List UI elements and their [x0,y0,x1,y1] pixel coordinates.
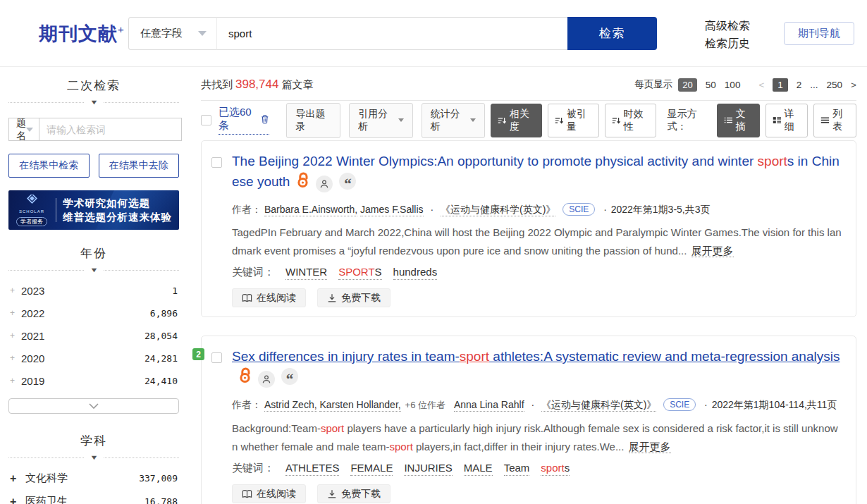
select-all-checkbox[interactable] [201,115,211,125]
year-facet-2020[interactable]: + 2020 24,281 [10,347,178,369]
triangle-down-icon: ▼ [80,266,108,273]
title-text: The Beijing 2022 Winter Olympics:An oppo… [232,154,758,168]
statistical-analysis-button[interactable]: 统计分析 [422,103,485,138]
issue-info: 2022年第1期104-114,共11页 [712,399,837,410]
keyword-link[interactable]: sports [541,462,570,476]
journal-nav-button[interactable]: 期刊导航 [784,22,854,45]
scie-badge[interactable]: SCIE [562,203,595,216]
keyword-text: S [375,266,382,278]
result-body: The Beijing 2022 Winter Olympics:An oppo… [232,151,842,307]
plus-icon: + [10,285,21,295]
plus-icon: + [10,308,21,318]
plus-icon: + [10,472,25,485]
search-input[interactable] [216,17,567,50]
sort-recency-button[interactable]: 时效性 [605,104,656,137]
title-highlight: sport [758,154,787,168]
keyword-link[interactable]: FEMALE [350,462,393,476]
per-page-20[interactable]: 20 [678,78,696,92]
keyword-text: INJURIES [404,462,452,474]
scie-badge[interactable]: SCIE [663,398,696,411]
per-page-100[interactable]: 100 [725,80,741,90]
secondary-search-title: 二次检索 [0,67,187,94]
page-ellipsis: ... [810,80,818,90]
free-download-button[interactable]: 免费下载 [317,288,391,307]
read-online-button[interactable]: 在线阅读 [232,484,306,503]
view-list-label: 列表 [832,108,849,133]
citation-quote-icon[interactable]: “ [281,368,298,385]
view-detail-button[interactable]: 详细 [765,104,808,137]
author-link[interactable]: Barbara E.Ainsworth, [264,204,357,216]
secondary-search-row: 题名 [8,118,179,141]
journal-link[interactable]: 《运动与健康科学(英文)》 [441,204,555,216]
author-link[interactable]: James F.Sallis [360,204,423,216]
keywords-label: 关键词： [232,462,274,476]
statistical-analysis-label: 统计分析 [431,108,465,133]
read-online-label: 在线阅读 [257,488,296,500]
result-keywords: 关键词： WINTER SPORTS hundreds [232,266,842,280]
keyword-link[interactable]: Team [504,462,530,476]
sort-cited-button[interactable]: 被引量 [548,104,599,137]
keyword-link[interactable]: INJURIES [404,462,452,476]
page-2[interactable]: 2 [797,80,802,90]
chevron-down-icon [198,31,207,36]
secondary-search-input[interactable] [39,118,182,141]
year-facet-2023[interactable]: + 2023 1 [10,279,178,302]
search-history-link[interactable]: 检索历史 [705,35,750,52]
more-authors-toggle[interactable]: +6 位作者 [404,400,451,410]
expand-more-link[interactable]: 展开更多 [629,441,671,453]
author-link[interactable]: Anna Lina Rahlf [454,399,524,412]
site-logo[interactable]: 期刊文献+ [39,21,125,47]
next-page-button[interactable]: > [851,80,856,90]
keyword-link[interactable]: MALE [464,462,493,476]
author-profile-icon[interactable] [258,371,275,388]
view-abstract-button[interactable]: 文摘 [717,104,760,137]
view-list-button[interactable]: 列表 [813,104,856,137]
keyword-link[interactable]: hundreds [393,266,438,280]
free-download-button[interactable]: 免费下载 [317,484,391,503]
open-access-icon[interactable] [296,172,309,195]
search-bar: 任意字段 检索 [128,17,657,50]
journal-link[interactable]: 《运动与健康科学(英文)》 [541,399,656,412]
remove-from-results-button[interactable]: 在结果中去除 [99,154,180,178]
result-title-link[interactable]: Sex differences in injury rates in team-… [232,346,842,390]
result-checkbox[interactable] [211,352,222,363]
keyword-link[interactable]: WINTER [285,266,327,280]
citation-analysis-button[interactable]: 引用分析 [349,103,412,138]
prev-page-button[interactable]: < [758,80,764,90]
year-facet-2022[interactable]: + 2022 6,896 [10,302,178,324]
subject-facet-culture-science[interactable]: + 文化科学 337,009 [10,467,178,490]
subject-facet-medicine-health[interactable]: + 医药卫生 16,788 [10,490,178,504]
result-title-link[interactable]: The Beijing 2022 Winter Olympics:An oppo… [232,151,842,195]
advanced-search-link[interactable]: 高级检索 [705,17,750,35]
secondary-field-select[interactable]: 题名 [8,118,39,141]
open-access-icon[interactable] [238,367,252,390]
author-profile-icon[interactable] [316,176,333,192]
year-facet-2019[interactable]: + 2019 24,410 [10,369,178,392]
separator: · [527,399,539,410]
export-records-button[interactable]: 导出题录 [286,103,340,138]
read-online-button[interactable]: 在线阅读 [232,288,306,307]
year-expand-button[interactable] [8,398,179,414]
results-summary-row: 共找到 398,744 篇文章 每页显示 20 50 100 < 1 2 ...… [201,76,856,93]
chevron-down-icon [26,128,33,132]
author-link[interactable]: Astrid Zech, [264,399,317,412]
result-checkbox[interactable] [211,157,222,168]
author-link[interactable]: Karsten Hollander, [319,399,400,412]
promo-banner[interactable]: SCHOLAR 学者服务 学术研究如何选题 维普选题分析速来体验 [8,190,179,230]
per-page-50[interactable]: 50 [706,80,716,90]
page-250[interactable]: 250 [827,80,843,90]
plus-icon: + [10,376,21,386]
search-field-select[interactable]: 任意字段 [128,17,216,50]
sort-relevance-button[interactable]: 相关度 [491,104,542,137]
chevron-down-icon [89,403,99,409]
year-facet-2021[interactable]: + 2021 28,054 [10,324,178,347]
expand-more-link[interactable]: 展开更多 [691,245,734,257]
citation-quote-icon[interactable]: “ [339,173,356,190]
search-button[interactable]: 检索 [567,17,657,50]
triangle-down-icon: ▼ [80,99,108,106]
keyword-link[interactable]: ATHLETES [285,462,339,476]
page-1[interactable]: 1 [773,78,788,92]
keyword-link[interactable]: SPORTS [338,266,381,280]
selected-items-link[interactable]: 已选60条 [219,106,269,135]
search-in-results-button[interactable]: 在结果中检索 [8,154,90,178]
